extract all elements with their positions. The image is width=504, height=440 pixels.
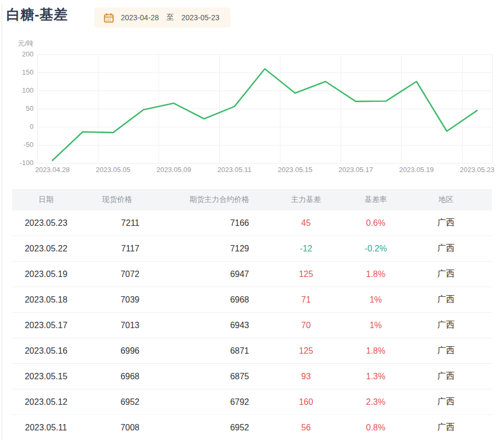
cell-basis-rate: 0.8% <box>351 423 400 433</box>
table-row: 2023.05.1770136943701%广西 <box>12 313 492 338</box>
col-header-main-basis: 主力基差 <box>261 195 351 205</box>
cell-basis-rate: 0.6% <box>351 218 400 228</box>
table-body: 2023.05.2372117166450.6%广西2023.05.227117… <box>12 210 492 440</box>
x-axis-tick-label: 2023.04.28 <box>23 166 82 174</box>
table-row: 2023.05.1170086952560.8%广西 <box>12 415 492 440</box>
cell-futures-main-price: 6943 <box>154 321 261 330</box>
cell-main-basis: 125 <box>261 270 351 279</box>
cell-main-basis: 71 <box>261 295 351 305</box>
cell-region: 广西 <box>400 243 492 254</box>
cell-main-basis: 45 <box>261 218 351 228</box>
col-header-futures-main-price: 期货主力合约价格 <box>154 195 261 205</box>
table-header-row: 日期现货价格期货主力合约价格主力基差基差率地区 <box>12 189 492 210</box>
cell-spot-price: 6996 <box>80 346 154 356</box>
cell-futures-main-price: 6875 <box>154 372 261 381</box>
cell-region: 广西 <box>400 217 492 229</box>
y-axis-tick-label: 200 <box>0 50 34 59</box>
cell-main-basis: 93 <box>261 372 351 381</box>
cell-date: 2023.05.17 <box>12 321 80 330</box>
cell-region: 广西 <box>400 371 492 382</box>
col-header-spot-price: 现货价格 <box>80 195 154 205</box>
cell-spot-price: 7039 <box>80 295 154 305</box>
col-header-region: 地区 <box>400 195 492 205</box>
x-axis-tick-label: 2023.05.05 <box>84 166 143 174</box>
cell-basis-rate: 1% <box>351 295 400 305</box>
basis-dashboard: 白糖-基差 2023-04-28 至 2023-05-23 元/吨 200150… <box>0 0 504 440</box>
cell-spot-price: 7211 <box>80 218 154 228</box>
cell-region: 广西 <box>400 422 492 433</box>
y-axis-tick-label: 50 <box>0 104 34 113</box>
cell-futures-main-price: 6968 <box>154 295 261 305</box>
cell-basis-rate: 1.3% <box>351 372 400 381</box>
table-row: 2023.05.1569686875931.3%广西 <box>12 364 492 389</box>
x-axis-tick-label: 2023.05.19 <box>387 166 446 174</box>
cell-futures-main-price: 6792 <box>154 397 261 407</box>
cell-date: 2023.05.18 <box>12 295 80 305</box>
x-axis-tick-label: 2023.05.17 <box>327 166 385 174</box>
cell-spot-price: 7072 <box>80 270 154 279</box>
cell-spot-price: 7117 <box>80 244 154 254</box>
cell-main-basis: -12 <box>261 244 351 254</box>
cell-basis-rate: 1% <box>351 321 400 330</box>
cell-futures-main-price: 7166 <box>154 218 261 228</box>
cell-futures-main-price: 6871 <box>154 346 261 356</box>
x-axis-tick-label: 2023.05.11 <box>205 166 264 174</box>
y-axis-tick-label: -50 <box>0 141 34 149</box>
cell-spot-price: 6968 <box>80 372 154 381</box>
cell-futures-main-price: 6952 <box>154 423 261 433</box>
cell-region: 广西 <box>400 396 492 408</box>
x-axis-tick-label: 2023.05.09 <box>145 166 203 174</box>
cell-date: 2023.05.16 <box>12 346 80 356</box>
cell-region: 广西 <box>400 320 492 331</box>
cell-date: 2023.05.22 <box>12 244 80 254</box>
table-row: 2023.05.2372117166450.6%广西 <box>12 210 492 236</box>
basis-data-table: 日期现货价格期货主力合约价格主力基差基差率地区 2023.05.23721171… <box>12 189 492 440</box>
cell-date: 2023.05.11 <box>12 423 80 433</box>
cell-futures-main-price: 6947 <box>154 270 261 279</box>
table-row: 2023.05.16699668711251.8%广西 <box>12 338 492 364</box>
cell-futures-main-price: 7129 <box>154 244 261 254</box>
col-header-date: 日期 <box>12 195 80 205</box>
cell-date: 2023.05.12 <box>12 397 80 407</box>
basis-line-chart: 元/吨 200150100500-50-100 2023.04.282023.0… <box>0 0 504 184</box>
basis-line-series <box>53 69 477 160</box>
cell-date: 2023.05.23 <box>12 218 80 228</box>
y-axis-tick-label: 0 <box>0 123 34 131</box>
cell-main-basis: 70 <box>261 321 351 330</box>
y-axis-tick-label: 150 <box>0 68 34 77</box>
cell-basis-rate: 1.8% <box>351 270 400 279</box>
cell-spot-price: 7013 <box>80 321 154 330</box>
cell-basis-rate: -0.2% <box>351 244 400 254</box>
cell-main-basis: 56 <box>261 423 351 433</box>
cell-date: 2023.05.15 <box>12 372 80 381</box>
cell-date: 2023.05.19 <box>12 270 80 279</box>
table-row: 2023.05.2271177129-12-0.2%广西 <box>12 236 492 262</box>
col-header-basis-rate: 基差率 <box>351 195 400 205</box>
table-row: 2023.05.19707269471251.8%广西 <box>12 262 492 287</box>
cell-basis-rate: 2.3% <box>351 397 400 407</box>
cell-region: 广西 <box>400 294 492 305</box>
y-axis-tick-label: 100 <box>0 86 34 95</box>
chart-canvas[interactable] <box>37 54 492 163</box>
cell-main-basis: 160 <box>261 397 351 407</box>
cell-spot-price: 6952 <box>80 397 154 407</box>
y-axis-unit-label: 元/吨 <box>0 39 34 48</box>
cell-region: 广西 <box>400 268 492 280</box>
x-axis-tick-label: 2023.05.23 <box>448 166 504 174</box>
table-row: 2023.05.12695267921602.3%广西 <box>12 389 492 415</box>
table-row: 2023.05.1870396968711%广西 <box>12 287 492 313</box>
cell-spot-price: 7008 <box>80 423 154 433</box>
cell-basis-rate: 1.8% <box>351 346 400 356</box>
cell-region: 广西 <box>400 345 492 356</box>
cell-main-basis: 125 <box>261 346 351 356</box>
x-axis-tick-label: 2023.05.15 <box>266 166 325 174</box>
